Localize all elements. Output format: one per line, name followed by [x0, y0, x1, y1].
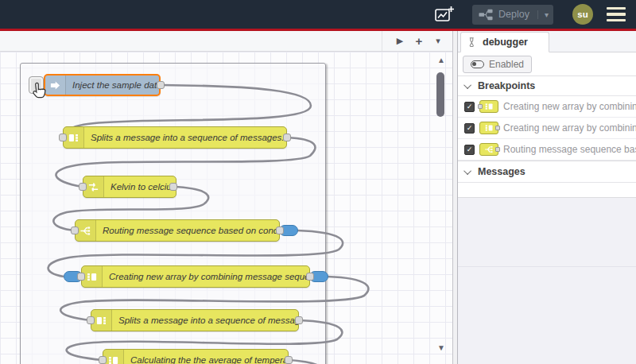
- flow-tabstrip: ▶ + ▾: [0, 31, 452, 52]
- switch-node-mini-icon: [479, 143, 498, 156]
- node-label: Calculating the the average of temperatu…: [124, 355, 288, 364]
- port-switch-out[interactable]: [276, 227, 284, 234]
- port-join1-in[interactable]: [77, 273, 85, 281]
- main-area: ▶ + ▾: [0, 31, 636, 364]
- breakpoints-title: Breakpoints: [478, 80, 535, 91]
- node-label: Splits a message into a sequence of mess…: [84, 133, 286, 142]
- node-inject[interactable]: Inject the sample data: [44, 74, 161, 96]
- collapse-chevron-icon: [463, 81, 471, 89]
- sidebar-tabbar: debugger i: [458, 31, 636, 52]
- node-label: Creating new array by combining message …: [103, 272, 309, 281]
- flow-workspace: ▶ + ▾: [0, 31, 453, 364]
- port-split1-out[interactable]: [283, 134, 291, 141]
- messages-empty-list: [458, 197, 636, 364]
- breakpoints-list: ✓ Creating new array by combining messag…: [458, 96, 636, 161]
- port-switch-in[interactable]: [71, 227, 79, 234]
- debugger-toolbar: Enabled: [458, 52, 636, 76]
- deploy-button[interactable]: Deploy ▾: [472, 5, 553, 25]
- node-join-1[interactable]: Creating new array by combining message …: [81, 265, 310, 288]
- hand-cursor: [28, 81, 48, 102]
- messages-section-header[interactable]: Messages all nodes: [458, 161, 636, 183]
- join-node-mini-icon: [479, 122, 498, 134]
- port-kelvin-out[interactable]: [169, 183, 177, 191]
- header-actions: Deploy ▾ su: [432, 4, 636, 25]
- deploy-label: Deploy: [493, 9, 537, 20]
- menu-bar: [607, 13, 626, 15]
- enabled-label: Enabled: [489, 59, 524, 70]
- canvas-scroll-up-icon[interactable]: ▲: [434, 56, 448, 64]
- breakpoint-checkbox[interactable]: ✓: [464, 123, 475, 134]
- tab-scroll-right-icon[interactable]: ▶: [390, 36, 409, 46]
- breakpoint-checkbox[interactable]: ✓: [464, 102, 475, 112]
- sidebar: debugger i: [457, 31, 636, 364]
- port-join2-out[interactable]: [285, 356, 293, 364]
- menu-bar: [607, 7, 626, 10]
- breakpoint-checkbox[interactable]: ✓: [464, 145, 475, 155]
- port-split2-in[interactable]: [87, 316, 95, 324]
- output-port-marker: [495, 147, 500, 152]
- chart-sparkle-icon: [434, 6, 455, 23]
- port-split1-in[interactable]: [59, 134, 67, 141]
- port-split2-out[interactable]: [295, 316, 303, 324]
- port-join1-out[interactable]: [306, 273, 314, 281]
- breakpoints-section-header[interactable]: Breakpoints ▲: [458, 76, 636, 96]
- breakpoint-row: ✓ Creating new array by combining messag…: [458, 118, 636, 139]
- workspace-chart-sparkle-icon[interactable]: [432, 4, 456, 25]
- main-menu-button[interactable]: [607, 7, 626, 21]
- user-avatar[interactable]: su: [572, 4, 593, 25]
- input-port-marker: [478, 104, 483, 109]
- node-change-kelvin[interactable]: Kelvin to celcius: [83, 176, 176, 198]
- breakpoint-label: Creating new array by combining message …: [503, 122, 636, 134]
- node-label: Splits a message into a sequence of mess…: [112, 316, 298, 325]
- debugger-enabled-toggle[interactable]: Enabled: [463, 56, 532, 73]
- deploy-icon: [479, 9, 493, 21]
- collapse-chevron-icon: [463, 167, 471, 175]
- breakpoint-row: ✓ Routing message sequence based on cond…: [458, 139, 636, 161]
- deploy-options-chevron-icon[interactable]: ▾: [537, 10, 549, 19]
- flask-icon: [467, 37, 478, 48]
- flow-canvas[interactable]: Inject the sample data Splits a message …: [0, 52, 452, 364]
- node-label: Kelvin to celcius: [104, 182, 176, 192]
- breakpoint-label: Routing message sequence based on condit…: [503, 144, 636, 155]
- breakpoint-row: ✓ Creating new array by combining messag…: [458, 96, 636, 118]
- port-kelvin-in[interactable]: [79, 183, 87, 191]
- tab-debugger-label: debugger: [483, 37, 528, 48]
- join-node-mini-icon: [479, 100, 498, 113]
- toggle-icon: [471, 60, 484, 68]
- canvas-scroll-down-icon[interactable]: ▼: [434, 343, 448, 352]
- node-switch[interactable]: Routing message sequence based on condit…: [75, 219, 280, 242]
- port-inject-out[interactable]: [157, 81, 165, 89]
- flow-list-chevron-icon[interactable]: ▾: [429, 36, 448, 46]
- divider: [458, 266, 636, 267]
- messages-toolbar-space: [458, 183, 636, 197]
- menu-bar: [607, 19, 626, 21]
- messages-title: Messages: [478, 166, 525, 177]
- node-split-2[interactable]: Splits a message into a sequence of mess…: [91, 309, 299, 331]
- add-flow-button[interactable]: +: [409, 34, 429, 48]
- wire-join2-out[interactable]: [289, 360, 328, 364]
- node-label: Inject the sample data: [66, 80, 159, 90]
- node-label: Routing message sequence based on condit…: [96, 226, 279, 235]
- breakpoint-label: Creating new array by combining message …: [503, 101, 636, 112]
- canvas-scrollbar-thumb[interactable]: [436, 72, 444, 117]
- node-join-2[interactable]: Calculating the the average of temperatu…: [103, 349, 289, 364]
- node-split-1[interactable]: Splits a message into a sequence of mess…: [63, 126, 287, 149]
- port-join2-in[interactable]: [99, 356, 107, 364]
- output-port-marker: [495, 126, 500, 130]
- tab-debugger[interactable]: debugger: [460, 32, 549, 52]
- tabstrip-controls: ▶ + ▾: [382, 31, 448, 51]
- node-red-app: Deploy ▾ su ▶ + ▾: [0, 0, 636, 364]
- header: Deploy ▾ su: [0, 0, 636, 31]
